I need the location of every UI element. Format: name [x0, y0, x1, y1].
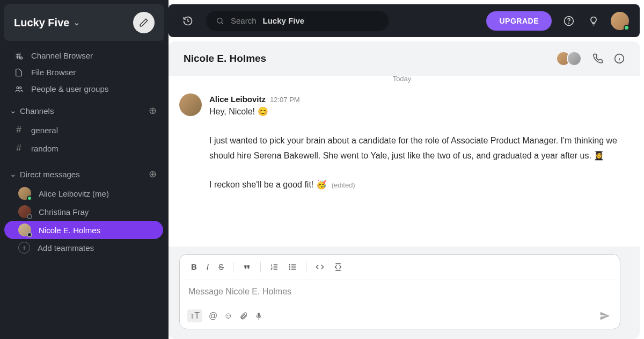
search-label: Search [231, 16, 257, 25]
edited-label: (edited) [332, 181, 355, 189]
dm-alice[interactable]: Alice Leibovitz (me) [4, 184, 163, 203]
svg-rect-10 [258, 313, 260, 317]
divider [260, 262, 261, 272]
message-paragraph: Hey, Nicole! 😊 [209, 104, 625, 119]
channel-label: random [31, 144, 58, 153]
chat-title[interactable]: Nicole E. Holmes [184, 53, 266, 64]
presence-offline-icon [27, 232, 32, 237]
info-icon [614, 53, 625, 64]
compose-button[interactable] [133, 12, 155, 33]
hash-icon: # [14, 125, 24, 135]
paperclip-icon [239, 312, 248, 320]
nav-label: People & user groups [31, 84, 108, 93]
dm-section-header[interactable]: ⌄Direct messages ⊕ [0, 163, 169, 184]
message-composer: B I S Message Nicole E. Holmes TT @ ☺ [179, 254, 620, 329]
quote-button[interactable] [239, 261, 255, 273]
sidebar: Lucky Five ⌄ Channel Browser File Browse… [0, 0, 169, 339]
dm-nicole[interactable]: Nicole E. Holmes [4, 221, 163, 239]
avatar [18, 187, 31, 200]
dm-christina[interactable]: Christina Fray [4, 203, 163, 221]
svg-point-7 [289, 264, 290, 265]
nav-label: Channel Browser [31, 51, 93, 60]
section-label: Direct messages [20, 170, 80, 179]
send-button[interactable] [597, 308, 612, 323]
presence-online-icon [27, 196, 32, 201]
svg-point-8 [289, 266, 290, 267]
channel-general[interactable]: # general [0, 121, 169, 139]
member-avatars[interactable] [556, 51, 582, 66]
search-box[interactable]: Search Lucky Five [206, 11, 389, 31]
nav-label: File Browser [31, 68, 76, 77]
svg-point-1 [17, 86, 19, 89]
audio-button[interactable] [254, 312, 263, 320]
format-toolbar: B I S [180, 255, 620, 279]
svg-point-9 [289, 269, 290, 269]
chevron-down-icon: ⌄ [10, 106, 17, 116]
call-button[interactable] [592, 53, 603, 64]
bold-button[interactable]: B [187, 260, 201, 273]
chevron-down-icon: ⌄ [74, 18, 80, 27]
chat-header: Nicole E. Holmes [169, 41, 640, 76]
divider [306, 262, 306, 272]
user-avatar-button[interactable] [611, 12, 629, 30]
add-teammates-button[interactable]: + Add teammates [4, 239, 163, 256]
workspace-switcher[interactable]: Lucky Five ⌄ [14, 17, 80, 29]
history-icon [182, 16, 193, 26]
svg-point-2 [20, 86, 21, 88]
chevron-down-icon: ⌄ [10, 169, 17, 179]
message-text: Hey, Nicole! 😊 I just wanted to pick you… [209, 104, 625, 192]
people-link[interactable]: People & user groups [0, 81, 169, 97]
whats-new-button[interactable] [586, 13, 601, 28]
emoji-button[interactable]: ☺ [224, 311, 232, 321]
strike-button[interactable]: S [215, 260, 228, 273]
workspace-name: Lucky Five [14, 17, 69, 29]
top-bar: Search Lucky Five UPGRADE [169, 4, 640, 37]
add-dm-button[interactable]: ⊕ [149, 168, 157, 180]
mic-icon [254, 312, 263, 320]
message-list[interactable]: Today Alice Leibovitz 12:07 PM Hey, Nico… [169, 76, 640, 247]
info-button[interactable] [614, 53, 625, 64]
people-icon [14, 85, 24, 93]
message: Alice Leibovitz 12:07 PM Hey, Nicole! 😊 … [179, 90, 625, 196]
avatar[interactable] [179, 93, 202, 116]
mention-button[interactable]: @ [209, 311, 217, 321]
channel-browser-link[interactable]: Channel Browser [0, 47, 169, 64]
upgrade-button[interactable]: UPGRADE [486, 11, 552, 31]
lightbulb-icon [588, 16, 599, 26]
code-button[interactable] [312, 261, 328, 273]
svg-point-3 [217, 18, 222, 23]
ordered-list-button[interactable] [266, 261, 282, 273]
message-author[interactable]: Alice Leibovitz [209, 95, 266, 104]
workspace-header: Lucky Five ⌄ [4, 4, 164, 41]
composer-input[interactable]: Message Nicole E. Holmes [180, 279, 620, 304]
history-button[interactable] [179, 12, 196, 30]
avatar [567, 51, 582, 66]
svg-point-0 [20, 57, 23, 59]
help-button[interactable] [561, 13, 576, 28]
file-browser-link[interactable]: File Browser [0, 64, 169, 81]
search-scope: Lucky Five [263, 16, 305, 25]
channel-label: general [31, 126, 58, 135]
divider [233, 262, 233, 272]
dm-label: Nicole E. Holmes [39, 226, 100, 235]
add-channel-button[interactable]: ⊕ [149, 105, 157, 117]
channels-section-header[interactable]: ⌄Channels ⊕ [0, 99, 169, 121]
section-label: Channels [20, 106, 54, 116]
dm-label: Alice Leibovitz (me) [39, 189, 109, 198]
presence-offline-icon [27, 214, 32, 219]
presence-online-icon [624, 25, 630, 31]
avatar [18, 205, 31, 218]
hash-icon: # [14, 143, 24, 154]
code-block-button[interactable] [330, 261, 346, 273]
avatar [18, 223, 31, 236]
bullet-list-button[interactable] [284, 261, 301, 273]
italic-button[interactable]: I [203, 260, 213, 273]
svg-point-5 [569, 23, 569, 23]
message-time: 12:07 PM [270, 96, 300, 104]
attach-button[interactable] [239, 312, 248, 320]
plus-circle-icon: + [18, 242, 30, 254]
pencil-icon [139, 18, 149, 27]
channel-random[interactable]: # random [0, 139, 169, 157]
search-icon [216, 17, 224, 25]
format-toggle-button[interactable]: TT [187, 309, 202, 322]
